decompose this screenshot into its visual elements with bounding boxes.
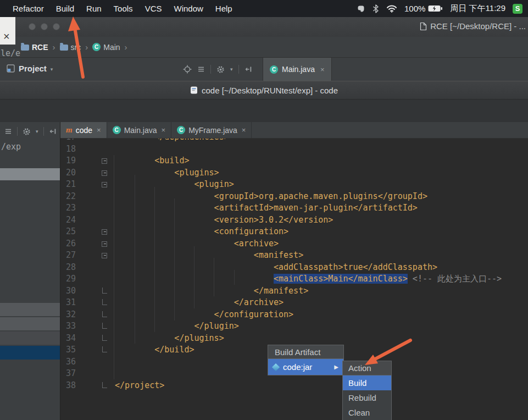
fold-end-icon[interactable] (76, 380, 109, 392)
collapse-all-icon[interactable] (197, 65, 205, 73)
sidebar-toolbar: ▾ (0, 122, 60, 136)
submenu-items: BuildRebuildClean (343, 375, 391, 420)
gear-icon[interactable] (216, 65, 225, 74)
fold-start-icon[interactable] (76, 226, 109, 238)
code-line-33: 33 </plugin> (60, 320, 528, 333)
submenu-item-build[interactable]: Build (343, 375, 391, 390)
front-window-titlebar[interactable]: code [~/Desktop/RUNtest/exp] - code (0, 81, 528, 100)
editor-tab-code[interactable]: mcode× (60, 122, 107, 138)
code-text: <build> (109, 155, 189, 167)
tab-label: code (76, 126, 92, 135)
hide-panel-icon[interactable] (49, 128, 57, 135)
frame-strip (0, 100, 528, 122)
breadcrumb-label: Main (103, 43, 120, 52)
code-text: </configuration> (109, 309, 293, 321)
battery-icon (428, 5, 443, 12)
menu-window[interactable]: Window (168, 4, 209, 13)
wifi-icon[interactable] (386, 4, 397, 13)
menubar-clock[interactable]: 周日 下午11:29 (450, 3, 505, 14)
fold-end-icon[interactable] (76, 297, 109, 309)
menu-vcs[interactable]: VCS (139, 4, 168, 13)
tree-row[interactable] (0, 168, 60, 180)
fold-start-icon[interactable] (76, 167, 109, 179)
hide-panel-icon[interactable] (244, 65, 252, 73)
class-icon: C (177, 126, 185, 134)
code-line-27: 27 <manifest> (60, 250, 528, 262)
code-editor[interactable]: 17 </dependencies>1819 <build>20 <plugin… (60, 139, 528, 420)
selected-code: <mainClass>Main</mainClass> (274, 274, 408, 284)
gear-icon[interactable] (23, 128, 31, 136)
minimize-window-button[interactable] (41, 23, 48, 30)
tree-row[interactable] (0, 331, 60, 345)
editor-tabstrip: mcode×CMain.java×CMyFrame.java× (60, 122, 528, 139)
submenu-item-clean[interactable]: Clean (343, 405, 391, 420)
code-line-31: 31 </archive> (60, 297, 528, 309)
menu-help[interactable]: Help (209, 4, 238, 13)
menu-refactor[interactable]: Refactor (7, 4, 50, 13)
code-text: </archive> (109, 297, 284, 309)
edge-path-fragment: le/e (1, 48, 20, 58)
line-number: 37 (60, 368, 76, 380)
fold-start-icon[interactable] (76, 238, 109, 250)
gutter-space (76, 368, 109, 380)
fold-start-icon[interactable] (76, 155, 109, 167)
action-submenu: Action BuildRebuildClean (342, 361, 392, 420)
menu-build[interactable]: Build (50, 4, 80, 13)
gutter-space (76, 191, 109, 203)
menu-tools[interactable]: Tools (108, 4, 139, 13)
code-text: </manifest> (109, 285, 308, 297)
code-line-32: 32 </configuration> (60, 309, 528, 321)
menu-run[interactable]: Run (80, 4, 108, 13)
tree-row[interactable] (0, 346, 60, 360)
code-line-20: 20 <plugins> (60, 167, 528, 179)
tree-row[interactable] (0, 303, 60, 316)
xml-comment: <!-- 此处为主入口--> (408, 274, 502, 284)
code-text: <plugin> (109, 179, 234, 191)
evernote-icon[interactable] (357, 4, 365, 13)
breadcrumb-item-src[interactable]: src (60, 43, 81, 52)
close-tab-icon[interactable]: × (242, 126, 246, 134)
fold-end-icon[interactable] (76, 285, 109, 297)
tree-row[interactable] (0, 317, 60, 330)
locate-target-icon[interactable] (183, 65, 192, 74)
code-text: <manifest> (109, 250, 303, 262)
chevron-down-icon: ▾ (36, 129, 38, 134)
code-text: <addClasspath>true</addClasspath> (109, 262, 437, 274)
collapse-all-icon[interactable] (4, 128, 12, 135)
close-window-button[interactable] (29, 23, 36, 30)
battery-status[interactable]: 100% (404, 4, 443, 13)
line-number: 31 (60, 297, 76, 309)
code-line-26: 26 <archive> (60, 238, 528, 250)
fold-end-icon[interactable] (76, 309, 109, 321)
zoom-window-button[interactable] (53, 23, 60, 30)
line-number: 22 (60, 191, 76, 203)
toolbar-divider (43, 127, 44, 136)
proxy-icon[interactable]: S (513, 4, 523, 14)
fold-start-icon[interactable] (76, 250, 109, 262)
fold-start-icon[interactable] (76, 179, 109, 191)
edge-tab-close[interactable]: × (0, 17, 15, 45)
artifact-item-code-jar[interactable]: code:jar ▶ (268, 359, 344, 375)
editor-tab-main-java[interactable]: CMain.java× (107, 122, 172, 138)
line-number: 33 (60, 320, 76, 333)
project-panel-selector[interactable]: Project ▾ (7, 64, 53, 73)
fold-end-icon[interactable] (76, 320, 109, 333)
close-tab-icon[interactable]: × (97, 126, 101, 134)
chevron-down-icon: ▾ (51, 67, 53, 72)
editor-tab-myframe-java[interactable]: CMyFrame.java× (171, 122, 252, 138)
toolbar-divider (238, 65, 239, 74)
code-text: <plugins> (109, 167, 219, 179)
close-icon: × (3, 30, 10, 43)
close-tab-icon[interactable]: × (162, 126, 166, 134)
bluetooth-icon[interactable] (373, 4, 379, 13)
fold-end-icon[interactable] (76, 333, 109, 345)
back-editor-tab-main-java[interactable]: C Main.java × (263, 58, 332, 81)
submenu-item-rebuild[interactable]: Rebuild (343, 390, 391, 405)
fold-end-icon[interactable] (76, 344, 109, 356)
close-tab-icon[interactable]: × (320, 65, 325, 74)
code-line-17: 17 </dependencies> (60, 139, 528, 143)
breadcrumb-item-main[interactable]: CMain (92, 43, 120, 52)
project-root-path[interactable]: /exp (1, 142, 60, 152)
gutter-space (76, 273, 109, 285)
breadcrumb-item-rce[interactable]: RCE (21, 43, 48, 52)
